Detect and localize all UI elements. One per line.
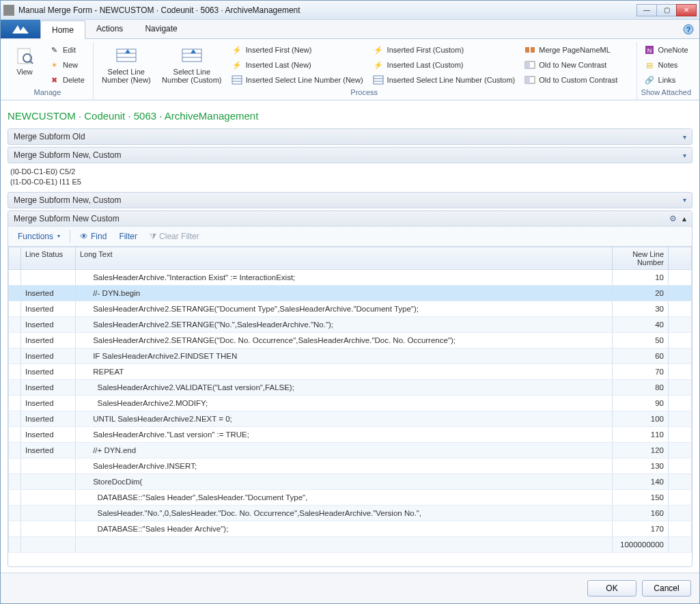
row-handle[interactable] — [9, 316, 21, 332]
functions-button[interactable]: Functions▾ — [12, 230, 66, 243]
tab-home[interactable]: Home — [40, 20, 85, 39]
table-row[interactable]: Inserted SalesHeaderArchive2.VALIDATE("L… — [9, 379, 692, 395]
row-handle[interactable] — [9, 348, 21, 363]
table-row[interactable]: Inserted SalesHeaderArchive2.SETRANGE("N… — [9, 316, 692, 332]
app-menu-button[interactable] — [1, 20, 40, 38]
cell-trail[interactable] — [669, 521, 692, 536]
table-row[interactable]: Inserted REPEAT70 — [9, 363, 692, 379]
filter-button[interactable]: Filter — [113, 230, 143, 243]
tab-actions[interactable]: Actions — [85, 20, 134, 38]
select-line-custom-button[interactable]: Select Line Number (Custom) — [159, 43, 225, 87]
row-handle[interactable] — [9, 395, 21, 411]
cell-trail[interactable] — [669, 426, 692, 442]
maximize-button[interactable]: ▢ — [656, 4, 677, 16]
cell-trail[interactable] — [669, 285, 692, 301]
links-button[interactable]: 🔗Links — [641, 73, 691, 87]
cell-trail[interactable] — [669, 505, 692, 521]
cell-num[interactable]: 30 — [613, 301, 669, 316]
cell-num[interactable]: 10 — [613, 269, 669, 285]
cell-num[interactable]: 1000000000 — [613, 536, 669, 552]
cell-trail[interactable] — [669, 379, 692, 395]
table-row[interactable]: SalesHeaderArchive.INSERT;130 — [9, 458, 692, 473]
cell-status[interactable]: Inserted — [21, 363, 76, 379]
minimize-button[interactable]: — — [636, 4, 657, 16]
cell-status[interactable]: Inserted — [21, 301, 76, 316]
cell-text[interactable]: SalesHeader."No.",0,SalesHeader."Doc. No… — [76, 505, 613, 521]
select-line-new-button[interactable]: Select Line Number (New) — [98, 43, 155, 87]
cell-text[interactable]: SalesHeaderArchive2.SETRANGE("Document T… — [76, 301, 613, 316]
cell-text[interactable]: IF SalesHeaderArchive2.FINDSET THEN — [76, 348, 613, 363]
table-row[interactable]: Inserted SalesHeaderArchive2.SETRANGE("D… — [9, 301, 692, 316]
table-row[interactable]: Inserted UNTIL SalesHeaderArchive2.NEXT … — [9, 411, 692, 426]
cell-trail[interactable] — [669, 301, 692, 316]
table-row[interactable]: DATABASE::"Sales Header",SalesHeader."Do… — [9, 489, 692, 505]
table-row[interactable]: Inserted SalesHeaderArchive."Last versio… — [9, 426, 692, 442]
col-header-text[interactable]: Long Text — [76, 247, 613, 269]
cell-status[interactable] — [21, 458, 76, 473]
cell-trail[interactable] — [669, 442, 692, 458]
panel-merge-subform-new-custom-1[interactable]: Merge Subform New, Custom ▾ — [8, 147, 692, 163]
cell-status[interactable] — [21, 521, 76, 536]
table-row[interactable]: Inserted //- DYN.begin20 — [9, 285, 692, 301]
table-row[interactable]: Inserted IF SalesHeaderArchive2.FINDSET … — [9, 348, 692, 363]
cell-text[interactable]: SalesHeaderArchive2.VALIDATE("Last versi… — [76, 379, 613, 395]
cell-num[interactable]: 20 — [613, 285, 669, 301]
cell-num[interactable]: 140 — [613, 473, 669, 489]
row-handle[interactable] — [9, 269, 21, 285]
cell-num[interactable]: 150 — [613, 489, 669, 505]
data-grid[interactable]: Line Status Long Text New Line Number Sa… — [8, 247, 692, 566]
table-row[interactable]: SalesHeaderArchive."Interaction Exist" :… — [9, 269, 692, 285]
cell-trail[interactable] — [669, 363, 692, 379]
cell-trail[interactable] — [669, 332, 692, 348]
col-header-trail[interactable] — [669, 247, 692, 269]
cell-text[interactable]: SalesHeaderArchive."Interaction Exist" :… — [76, 269, 613, 285]
tab-navigate[interactable]: Navigate — [134, 20, 188, 38]
delete-button[interactable]: ✖Delete — [46, 73, 87, 87]
cell-status[interactable]: Inserted — [21, 442, 76, 458]
row-handle[interactable] — [9, 473, 21, 489]
cell-trail[interactable] — [669, 536, 692, 552]
cell-trail[interactable] — [669, 269, 692, 285]
find-button[interactable]: 👁Find — [74, 230, 112, 243]
cell-trail[interactable] — [669, 316, 692, 332]
cell-status[interactable]: Inserted — [21, 316, 76, 332]
cell-text[interactable]: SalesHeaderArchive."Last version" := TRU… — [76, 426, 613, 442]
notes-button[interactable]: ▤Notes — [641, 58, 691, 72]
cell-text[interactable]: StoreDocDim( — [76, 473, 613, 489]
view-button[interactable]: View — [8, 43, 42, 87]
cell-trail[interactable] — [669, 348, 692, 363]
panel-header[interactable]: Merge Subform New Custom ⚙ ▴ — [8, 211, 692, 227]
cell-num[interactable]: 60 — [613, 348, 669, 363]
row-handle[interactable] — [9, 363, 21, 379]
cell-status[interactable]: Inserted — [21, 426, 76, 442]
panel-merge-subform-old[interactable]: Merge Subform Old ▾ — [8, 128, 692, 145]
cell-num[interactable]: 160 — [613, 505, 669, 521]
inserted-first-custom-button[interactable]: ⚡Inserted First (Custom) — [370, 43, 518, 57]
cell-status[interactable]: Inserted — [21, 379, 76, 395]
row-handle[interactable] — [9, 489, 21, 505]
row-handle[interactable] — [9, 426, 21, 442]
close-button[interactable]: ✕ — [676, 4, 697, 16]
edit-button[interactable]: ✎Edit — [46, 43, 87, 57]
cell-text[interactable]: REPEAT — [76, 363, 613, 379]
cell-trail[interactable] — [669, 411, 692, 426]
row-handle[interactable] — [9, 285, 21, 301]
row-handle[interactable] — [9, 332, 21, 348]
cell-text[interactable]: SalesHeaderArchive2.SETRANGE("No.",Sales… — [76, 316, 613, 332]
cell-num[interactable]: 70 — [613, 363, 669, 379]
row-handle[interactable] — [9, 301, 21, 316]
cell-status[interactable] — [21, 489, 76, 505]
cell-text[interactable]: DATABASE::"Sales Header",SalesHeader."Do… — [76, 489, 613, 505]
row-handle[interactable] — [9, 442, 21, 458]
row-handle[interactable] — [9, 379, 21, 395]
row-handle[interactable] — [9, 536, 21, 552]
cell-text[interactable]: SalesHeaderArchive.INSERT; — [76, 458, 613, 473]
table-row[interactable]: 1000000000 — [9, 536, 692, 552]
col-header-status[interactable]: Line Status — [21, 247, 76, 269]
cell-status[interactable]: Inserted — [21, 395, 76, 411]
table-row[interactable]: Inserted SalesHeaderArchive2.MODIFY;90 — [9, 395, 692, 411]
cell-text[interactable]: SalesHeaderArchive2.MODIFY; — [76, 395, 613, 411]
cell-status[interactable] — [21, 536, 76, 552]
table-row[interactable]: StoreDocDim(140 — [9, 473, 692, 489]
inserted-select-new-button[interactable]: Inserted Select Line Number (New) — [229, 73, 366, 87]
